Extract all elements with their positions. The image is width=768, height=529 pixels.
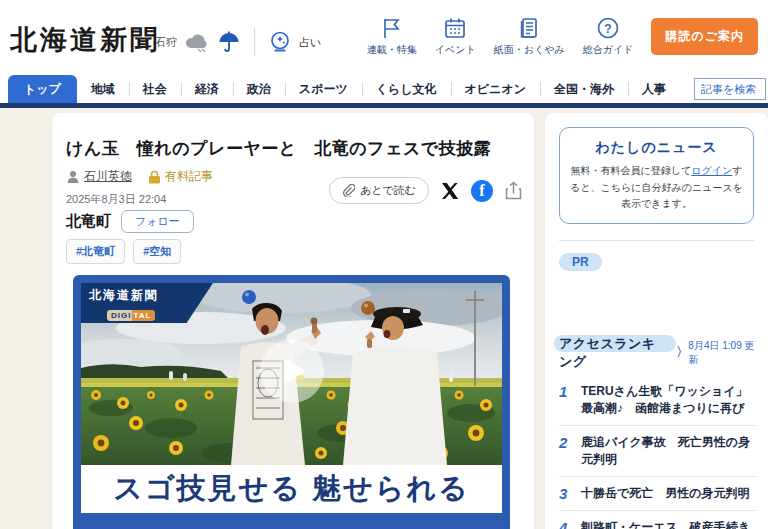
article-date: 2025年8月3日 22:04: [66, 192, 166, 207]
util-guide[interactable]: ? 総合ガイド: [583, 16, 634, 57]
fortune-label[interactable]: 占い: [299, 35, 321, 50]
crystal-ball-icon: [268, 30, 292, 54]
ranking-updated: 8月4日 1:09 更新: [688, 339, 756, 367]
ranking-item-3[interactable]: 3 十勝岳で死亡 男性の身元判明: [559, 476, 756, 510]
rank-number: 2: [559, 434, 572, 468]
tab-national-world[interactable]: 全国・海外: [540, 75, 628, 103]
page: 北海道新聞 石狩 占い 連載・特集: [0, 0, 768, 529]
main-nav: トップ 地域 社会 経済 政治 スポーツ くらし文化 オピニオン 全国・海外 人…: [0, 75, 768, 103]
tab-region[interactable]: 地域: [77, 75, 129, 103]
newspaper-icon: [517, 16, 541, 40]
util-label: 紙面・おくやみ: [494, 43, 565, 57]
video-player[interactable]: 北海道新聞 DIGI TAL スゴ技見せる 魅せられる: [73, 275, 510, 529]
byline: 石川英徳 有料記事: [66, 168, 213, 185]
nav-underline-strip: [0, 103, 768, 108]
nav-tabs: トップ 地域 社会 経済 政治 スポーツ くらし文化 オピニオン 全国・海外 人…: [8, 75, 768, 103]
sidebar-divider: [559, 240, 754, 241]
rank-number: 4: [559, 519, 572, 529]
article-actions: あとで読む f: [329, 177, 522, 204]
tab-personnel[interactable]: 人事: [628, 75, 680, 103]
play-button[interactable]: [260, 339, 324, 403]
util-events[interactable]: イベント: [435, 16, 476, 57]
location-row: 北竜町 フォロー: [66, 210, 194, 233]
my-news-box: わたしのニュース 無料・有料会員に登録してログインすると、こちらに自分好みのニュ…: [559, 127, 754, 224]
person-icon: [66, 170, 80, 184]
util-label: 連載・特集: [367, 43, 417, 57]
util-label: イベント: [435, 43, 476, 57]
flag-icon: [380, 16, 404, 40]
sidebar: わたしのニュース 無料・有料会員に登録してログインすると、こちらに自分好みのニュ…: [545, 113, 768, 529]
header-divider: [254, 28, 255, 56]
tab-society[interactable]: 社会: [129, 75, 181, 103]
follow-button[interactable]: フォロー: [121, 210, 194, 233]
location-name[interactable]: 北竜町: [66, 212, 111, 231]
lock-icon: [148, 170, 161, 184]
tab-sports[interactable]: スポーツ: [285, 75, 362, 103]
digital-badge-right: TAL: [132, 310, 155, 321]
my-news-title: わたしのニュース: [567, 139, 746, 157]
article-card: けん玉 憧れのプレーヤーと 北竜のフェスで技披露 石川英徳 有料記事 2025年…: [52, 113, 534, 529]
weather-region-label: 石狩: [155, 35, 177, 50]
search-input[interactable]: [694, 78, 766, 100]
tab-politics[interactable]: 政治: [233, 75, 285, 103]
video-caption-text: スゴ技見せる 魅せられる: [113, 469, 470, 509]
my-news-text-before: 無料・有料会員に登録して: [571, 165, 692, 176]
author-link[interactable]: 石川英徳: [66, 168, 132, 185]
paperclip-icon: [342, 184, 355, 197]
calendar-icon: [443, 16, 467, 40]
paid-label: 有料記事: [165, 168, 213, 185]
tab-top[interactable]: トップ: [8, 75, 77, 103]
rank-title: TERUさん生歌「ワッショイ」最高潮♪ 函館港まつりに再び: [581, 383, 756, 417]
article-title: けん玉 憧れのプレーヤーと 北竜のフェスで技披露: [66, 137, 520, 160]
ranking-item-1[interactable]: 1 TERUさん生歌「ワッショイ」最高潮♪ 函館港まつりに再び: [559, 375, 756, 425]
util-series-features[interactable]: 連載・特集: [367, 16, 417, 57]
ranking-item-4[interactable]: 4 釧路町・ケーエス、破産手続き開始 負債総額1億3800万円: [559, 510, 756, 529]
rank-title: 釧路町・ケーエス、破産手続き開始 負債総額1億3800万円: [581, 519, 756, 529]
facebook-share-icon[interactable]: f: [471, 180, 493, 202]
video-caption-strip: スゴ技見せる 魅せられる: [81, 465, 502, 513]
util-paper-obituary[interactable]: 紙面・おくやみ: [494, 16, 565, 57]
tags-row: #北竜町 #空知: [66, 239, 181, 264]
ranking-item-2[interactable]: 2 鹿追バイク事故 死亡男性の身元判明: [559, 425, 756, 476]
util-label: 総合ガイド: [583, 43, 634, 57]
question-icon: ?: [596, 16, 620, 40]
weather-widget[interactable]: 石狩 占い: [155, 28, 321, 56]
digital-badge: DIGI TAL: [107, 310, 155, 321]
tag-hokuryu[interactable]: #北竜町: [66, 239, 125, 264]
header: 北海道新聞 石狩 占い 連載・特集: [0, 0, 768, 75]
rank-title: 十勝岳で死亡 男性の身元判明: [581, 485, 750, 502]
share-icon[interactable]: [505, 181, 522, 200]
cloud-icon: [184, 32, 210, 52]
header-utilities: 連載・特集 イベント 紙面・おくやみ ? 総合ガイド 購読のご案内: [367, 16, 758, 57]
pr-badge: PR: [559, 253, 602, 271]
digital-badge-left: DIGI: [107, 310, 132, 321]
tab-economy[interactable]: 経済: [181, 75, 233, 103]
subscribe-button[interactable]: 購読のご案内: [651, 18, 758, 55]
tag-sorachi[interactable]: #空知: [133, 239, 181, 264]
umbrella-icon: [217, 30, 241, 54]
paid-article-badge: 有料記事: [148, 168, 213, 185]
rank-number: 3: [559, 485, 572, 502]
author-name: 石川英徳: [84, 168, 132, 185]
read-later-label: あとで読む: [360, 183, 416, 198]
read-later-button[interactable]: あとで読む: [329, 177, 429, 204]
chevron-right-icon[interactable]: 〉: [676, 344, 688, 361]
ranking-title[interactable]: アクセスランキング: [559, 335, 669, 371]
tab-opinion[interactable]: オピニオン: [451, 75, 540, 103]
ranking-header: アクセスランキング 〉 8月4日 1:09 更新: [559, 335, 756, 371]
rank-title: 鹿追バイク事故 死亡男性の身元判明: [581, 434, 756, 468]
ranking-list: 1 TERUさん生歌「ワッショイ」最高潮♪ 函館港まつりに再び 2 鹿追バイク事…: [559, 375, 756, 529]
rank-number: 1: [559, 383, 572, 417]
site-logo[interactable]: 北海道新聞: [10, 22, 160, 58]
play-icon: [284, 358, 306, 384]
tab-life-culture[interactable]: くらし文化: [362, 75, 451, 103]
login-link[interactable]: ログイン: [691, 165, 732, 176]
video-brand-logo: 北海道新聞: [89, 287, 213, 304]
my-news-body: 無料・有料会員に登録してログインすると、こちらに自分好みのニュースを表示できます…: [567, 163, 746, 213]
x-share-icon[interactable]: [441, 182, 459, 200]
svg-text:?: ?: [604, 22, 611, 36]
